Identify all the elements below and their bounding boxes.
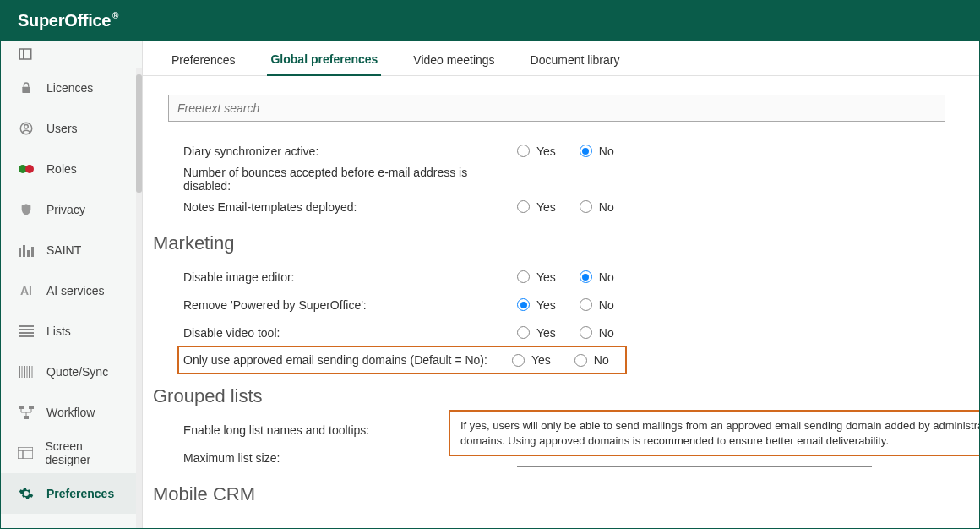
barcode-icon bbox=[18, 366, 35, 378]
svg-rect-24 bbox=[18, 447, 33, 459]
sidebar-label: Roles bbox=[46, 162, 77, 176]
radio-yes[interactable]: Yes bbox=[512, 353, 551, 367]
bounces-input[interactable] bbox=[517, 170, 872, 188]
sidebar-item-preferences[interactable]: Preferences bbox=[1, 473, 142, 514]
lock-icon bbox=[18, 80, 35, 95]
sidebar-item-privacy[interactable]: Privacy bbox=[1, 189, 142, 230]
setting-label: Remove 'Powered by SuperOffice': bbox=[183, 298, 517, 312]
setting-label: Disable image editor: bbox=[183, 270, 517, 284]
sidebar-item-lists[interactable]: Lists bbox=[1, 311, 142, 352]
tab-document-library[interactable]: Document library bbox=[527, 53, 623, 75]
setting-bounces: Number of bounces accepted before e-mail… bbox=[183, 165, 979, 193]
app-name: SuperOffice bbox=[18, 11, 111, 30]
setting-approved-domains: Only use approved email sending domains … bbox=[178, 346, 626, 374]
radio-no[interactable]: No bbox=[580, 326, 614, 340]
radio-no[interactable]: No bbox=[580, 298, 614, 312]
tab-global-preferences[interactable]: Global preferences bbox=[267, 52, 381, 76]
sidebar-item-saint[interactable]: SAINT bbox=[1, 230, 142, 270]
workflow-icon bbox=[18, 406, 35, 419]
svg-rect-8 bbox=[23, 245, 25, 257]
sidebar-scrollbar[interactable] bbox=[136, 68, 142, 529]
main-panel: Preferences Global preferences Video mee… bbox=[143, 41, 979, 529]
sidebar-item-licences[interactable]: Licences bbox=[1, 68, 142, 108]
sidebar: Licences Users Roles Privacy SAINT AI AI… bbox=[1, 41, 143, 529]
radio-no[interactable]: No bbox=[574, 353, 609, 367]
svg-rect-2 bbox=[22, 87, 30, 93]
svg-rect-21 bbox=[19, 406, 24, 409]
content: Diary synchronizer active: Yes No Number… bbox=[143, 76, 979, 529]
sidebar-item-ai[interactable]: AI AI services bbox=[1, 270, 142, 311]
radio-no[interactable]: No bbox=[580, 145, 614, 158]
section-title-grouped: Grouped lists bbox=[153, 385, 979, 407]
user-icon bbox=[18, 121, 35, 136]
radio-yes[interactable]: Yes bbox=[517, 298, 556, 312]
app-header: SuperOffice® bbox=[1, 1, 979, 41]
sidebar-label: Licences bbox=[46, 81, 93, 95]
svg-point-4 bbox=[24, 125, 29, 129]
setting-label: Only use approved email sending domains … bbox=[183, 353, 512, 367]
sidebar-label: Workflow bbox=[46, 406, 95, 419]
setting-label: Number of bounces accepted before e-mail… bbox=[183, 166, 517, 193]
section-title-marketing: Marketing bbox=[153, 232, 979, 254]
svg-rect-7 bbox=[19, 248, 21, 257]
sidebar-item-roles[interactable]: Roles bbox=[1, 149, 142, 189]
sidebar-label: Lists bbox=[46, 324, 71, 338]
setting-label: Diary synchronizer active: bbox=[183, 145, 517, 158]
search-input[interactable] bbox=[168, 95, 945, 122]
sidebar-item-users[interactable]: Users bbox=[1, 108, 142, 149]
setting-disable-image-editor: Disable image editor: Yes No bbox=[183, 263, 979, 291]
sidebar-label: Screen designer bbox=[46, 439, 125, 466]
svg-rect-9 bbox=[27, 250, 30, 257]
sidebar-label: Privacy bbox=[46, 203, 85, 216]
tab-bar: Preferences Global preferences Video mee… bbox=[143, 41, 979, 76]
svg-rect-22 bbox=[29, 406, 34, 409]
sidebar-label: AI services bbox=[46, 284, 104, 297]
registered-mark: ® bbox=[112, 11, 118, 20]
sidebar-item-screen-designer[interactable]: Screen designer bbox=[1, 433, 142, 473]
list-icon bbox=[18, 325, 35, 337]
tab-video-meetings[interactable]: Video meetings bbox=[410, 53, 498, 75]
bars-icon bbox=[18, 243, 35, 257]
setting-label: Notes Email-templates deployed: bbox=[183, 200, 517, 214]
sidebar-label: Preferences bbox=[46, 487, 114, 500]
tooltip-approved-domains: If yes, users will only be able to send … bbox=[449, 410, 979, 456]
setting-disable-video: Disable video tool: Yes No bbox=[183, 319, 979, 346]
svg-point-6 bbox=[25, 165, 34, 173]
svg-rect-23 bbox=[24, 416, 29, 419]
section-title-mobile: Mobile CRM bbox=[153, 483, 979, 505]
sidebar-item-workflow[interactable]: Workflow bbox=[1, 392, 142, 433]
setting-label: Disable video tool: bbox=[183, 326, 517, 340]
radio-yes[interactable]: Yes bbox=[517, 200, 556, 214]
setting-notes-templates: Notes Email-templates deployed: Yes No bbox=[183, 193, 979, 221]
tab-preferences[interactable]: Preferences bbox=[168, 53, 238, 75]
radio-yes[interactable]: Yes bbox=[517, 270, 556, 284]
setting-diary-sync: Diary synchronizer active: Yes No bbox=[183, 137, 979, 165]
ai-icon: AI bbox=[18, 284, 35, 297]
sidebar-item-quote[interactable]: Quote/Sync bbox=[1, 352, 142, 392]
sidebar-label: SAINT bbox=[46, 243, 81, 257]
gear-icon bbox=[18, 486, 35, 501]
shield-icon bbox=[18, 202, 35, 217]
svg-rect-10 bbox=[31, 247, 34, 257]
app-logo: SuperOffice® bbox=[18, 11, 118, 30]
sidebar-top-icon[interactable] bbox=[1, 41, 142, 68]
roles-icon bbox=[18, 164, 35, 174]
sidebar-label: Quote/Sync bbox=[46, 365, 108, 379]
svg-rect-0 bbox=[19, 49, 31, 59]
radio-yes[interactable]: Yes bbox=[517, 326, 556, 340]
radio-yes[interactable]: Yes bbox=[517, 145, 556, 158]
radio-no[interactable]: No bbox=[580, 200, 614, 214]
sidebar-label: Users bbox=[46, 122, 78, 135]
radio-no[interactable]: No bbox=[580, 270, 614, 284]
setting-remove-powered: Remove 'Powered by SuperOffice': Yes No bbox=[183, 291, 979, 319]
layout-icon bbox=[18, 447, 34, 459]
